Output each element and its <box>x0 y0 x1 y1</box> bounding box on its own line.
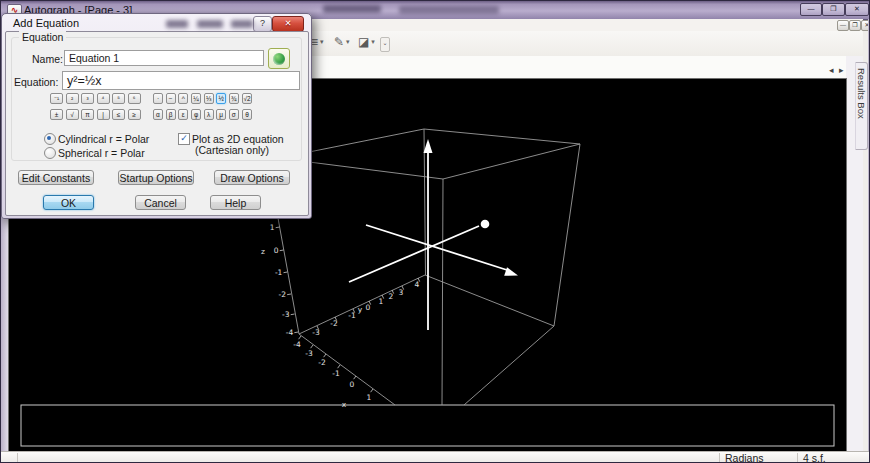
symbol-button-α[interactable]: α <box>153 109 163 120</box>
symbol-button-²[interactable]: ² <box>66 93 79 104</box>
dialog-title: Add Equation <box>13 17 79 29</box>
help-button[interactable]: Help <box>210 195 261 210</box>
symbol-button-¼[interactable]: ¼ <box>191 93 201 104</box>
line-style-icon: ≡ <box>311 35 318 49</box>
symbol-button-row: ⁻¹²³⁴⁵⁶·−^¼⅓½¾√2 <box>48 93 300 104</box>
chevron-down-icon: ▾ <box>346 38 350 46</box>
name-value: Equation 1 <box>69 52 119 64</box>
startup-options-button[interactable]: Startup Options <box>118 170 194 185</box>
statusbar-divider <box>797 453 798 463</box>
eraser-tool[interactable]: ◪ ▾ <box>358 35 375 49</box>
spherical-radio-label: Spherical r = Polar <box>58 147 145 159</box>
symbol-button-⁴[interactable]: ⁴ <box>97 93 110 104</box>
mdi-minimize-button[interactable]: — <box>837 20 849 31</box>
mdi-restore-button[interactable]: ❐ <box>849 20 861 31</box>
symbol-button-π[interactable]: π <box>81 109 94 120</box>
eraser-icon: ◪ <box>358 35 369 49</box>
symbol-button-≥[interactable]: ≥ <box>128 109 141 120</box>
symbol-button-φ[interactable]: φ <box>191 109 201 120</box>
page-next-button[interactable]: ▸ <box>839 65 844 75</box>
toolbar-overflow-button[interactable]: ⌄ <box>380 37 390 52</box>
symbol-button-³[interactable]: ³ <box>81 93 94 104</box>
edit-constants-button[interactable]: Edit Constants <box>18 170 94 185</box>
results-box-tab[interactable]: Results Box <box>855 62 868 150</box>
symbol-button-¾[interactable]: ¾ <box>229 93 239 104</box>
cylindrical-radio[interactable] <box>44 133 56 145</box>
symbol-button-½[interactable]: ½ <box>216 93 226 104</box>
axes-lines <box>349 148 507 330</box>
window-maximize-button[interactable]: ❐ <box>822 3 845 16</box>
ok-button[interactable]: OK <box>43 195 94 210</box>
symbol-button-θ[interactable]: θ <box>242 109 252 120</box>
angle-mode-status: Radians <box>725 452 764 463</box>
svg-text:-4: -4 <box>286 328 294 337</box>
svg-text:1: 1 <box>270 223 275 232</box>
svg-text:-1: -1 <box>275 268 283 277</box>
svg-text:-4: -4 <box>293 340 301 349</box>
spherical-radio[interactable] <box>44 147 56 159</box>
svg-text:1: 1 <box>379 297 384 306</box>
precision-status: 4 s.f. <box>803 452 826 463</box>
symbol-button-⅓[interactable]: ⅓ <box>204 93 214 104</box>
plot-2d-checkbox[interactable]: ✓ <box>178 133 190 145</box>
name-input[interactable]: Equation 1 <box>64 50 264 66</box>
page-prev-button[interactable]: ◂ <box>829 65 834 75</box>
window-minimize-button[interactable]: — <box>800 3 822 16</box>
chevron-down-icon: ▾ <box>320 38 324 46</box>
symbol-button-±[interactable]: ± <box>50 109 63 120</box>
svg-text:y: y <box>358 305 363 314</box>
plot-2d-checkbox-sublabel: (Cartesian only) <box>195 144 269 156</box>
symbol-button-√2[interactable]: √2 <box>242 93 252 104</box>
symbol-button-ε[interactable]: ε <box>178 109 188 120</box>
blurred-background-title <box>323 5 381 13</box>
symbol-button-≤[interactable]: ≤ <box>112 109 125 120</box>
add-equation-dialog: Add Equation ? ✕ Equation Name: Equation… <box>1 13 312 219</box>
svg-text:-3: -3 <box>305 349 313 358</box>
svg-text:0: 0 <box>366 303 371 312</box>
svg-text:-1: -1 <box>348 311 356 320</box>
symbol-button-⁻¹[interactable]: ⁻¹ <box>50 93 63 104</box>
blurred-menu-item <box>231 20 253 28</box>
svg-text:-3: -3 <box>312 328 320 337</box>
insert-button[interactable] <box>268 48 290 69</box>
svg-text:2: 2 <box>389 292 394 301</box>
equation-input[interactable]: y²=½x <box>62 71 300 90</box>
symbol-button-⁶[interactable]: ⁶ <box>128 93 141 104</box>
symbol-button-β[interactable]: β <box>166 109 176 120</box>
statusbar-divider <box>719 453 720 463</box>
autograph-window: ∿ Autograph - [Page - 3] — ❐ ✕ — ❐ ✕ ≡ ▾… <box>0 0 870 463</box>
symbol-button-√[interactable]: √ <box>66 109 79 120</box>
dialog-help-button[interactable]: ? <box>253 16 272 32</box>
symbol-button-|[interactable]: | <box>97 109 110 120</box>
radio-dot <box>47 136 51 140</box>
symbol-button-λ[interactable]: λ <box>204 109 214 120</box>
equation-value: y²=½x <box>67 74 101 88</box>
svg-text:-2: -2 <box>318 358 326 367</box>
blurred-menu-item <box>166 20 188 28</box>
chevron-down-icon: ▾ <box>371 38 375 46</box>
symbol-button-·[interactable]: · <box>153 93 163 104</box>
statusbar-divider <box>17 453 18 463</box>
pencil-tool[interactable]: ✎ ▾ <box>334 35 350 49</box>
svg-text:4: 4 <box>415 280 420 289</box>
z-axis-arrow-icon <box>424 139 433 153</box>
cylindrical-radio-label: Cylindrical r = Polar <box>58 133 149 145</box>
symbol-button-σ[interactable]: σ <box>229 109 239 120</box>
symbol-button-^[interactable]: ^ <box>178 93 188 104</box>
equation-label: Equation: <box>14 76 58 88</box>
draw-options-button[interactable]: Draw Options <box>214 170 290 185</box>
svg-text:0: 0 <box>350 380 355 389</box>
x-axis-arrow-icon <box>504 267 518 276</box>
symbol-button-μ[interactable]: μ <box>216 109 226 120</box>
window-close-button[interactable]: ✕ <box>845 3 869 16</box>
symbol-button-−[interactable]: − <box>166 93 176 104</box>
svg-text:x: x <box>342 400 347 409</box>
symbol-button-⁵[interactable]: ⁵ <box>112 93 125 104</box>
svg-text:-2: -2 <box>330 319 338 328</box>
dialog-close-button[interactable]: ✕ <box>272 16 304 32</box>
svg-text:0: 0 <box>274 246 279 255</box>
line-style-tool[interactable]: ≡ ▾ <box>311 35 324 49</box>
svg-text:3: 3 <box>399 288 404 297</box>
cancel-button[interactable]: Cancel <box>135 195 186 210</box>
name-label: Name: <box>32 53 60 65</box>
